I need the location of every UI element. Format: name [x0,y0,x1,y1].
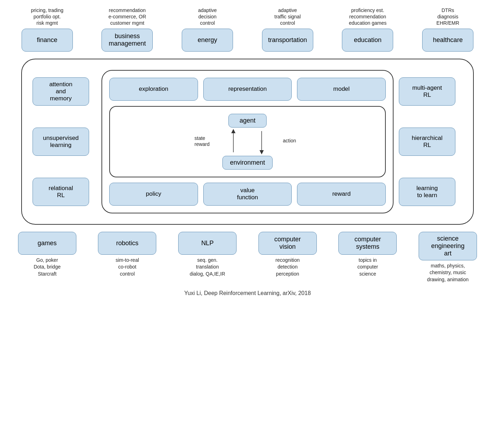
left-column: attentionandmemory unsupervisedlearning … [33,70,96,213]
top-subtitle-3: adaptivetraffic signalcontrol [274,7,301,26]
arrows-diagram: state reward action [191,128,304,156]
bottom-col-1: roboticssim-to-realco-robotcontrol [94,232,160,278]
top-subtitle-1: recommendatione-commerce, ORcustomer mgm… [109,7,146,26]
box-unsupervised-learning: unsupervisedlearning [33,128,89,156]
top-col-5: DTRsdiagnosisEHR/EMRhealthcare [420,7,476,52]
box-relational-rl: relationalRL [33,178,89,206]
box-learning-to-learn: learningto learn [399,178,455,206]
svg-text:action: action [283,138,296,143]
bottom-col-4: computersystemstopics incomputerscience [335,232,400,278]
svg-text:state: state [194,135,205,141]
top-subtitle-4: proficiency est.recommendationeducation … [349,7,387,26]
bottom-subtitle-1: sim-to-realco-robotcontrol [116,257,139,278]
bottom-col-3: computervisionrecognitiondetectionpercep… [255,232,320,278]
top-box-transportation: transportation [262,29,313,52]
agent-env-diagram: agent state reward action [121,114,374,170]
top-col-1: recommendatione-commerce, ORcustomer mgm… [99,7,156,52]
top-box-finance: finance [22,29,73,52]
box-policy: policy [109,183,198,206]
box-representation: representation [203,78,292,101]
top-subtitle-0: pricing, tradingportfolio opt.risk mgmt [31,7,63,26]
top-col-3: adaptivetraffic signalcontroltransportat… [259,7,316,52]
bottom-box-robotics: robotics [98,232,156,255]
box-multi-agent-rl: multi-agentRL [399,77,455,106]
box-hierarchical-rl: hierarchicalRL [399,128,455,156]
top-col-2: adaptivedecisioncontrolenergy [179,7,236,52]
top-section: pricing, tradingportfolio opt.risk mgmtf… [7,7,488,52]
top-box-healthcare: healthcare [422,29,473,52]
box-environment: environment [222,156,272,170]
top-row: exploration representation model [109,78,386,101]
top-subtitle-5: DTRsdiagnosisEHR/EMR [436,7,459,26]
citation: Yuxi Li, Deep Reinforcement Learning, ar… [184,290,311,296]
bottom-section: gamesGo, pokerDota, bridgeStarcraftrobot… [7,232,488,283]
bottom-subtitle-5: maths, physics,chemistry, musicdrawing, … [427,263,469,283]
top-subtitle-2: adaptivedecisioncontrol [198,7,217,26]
bottom-subtitle-3: recognitiondetectionperception [275,257,300,278]
box-value-function: valuefunction [203,183,292,206]
bottom-col-5: scienceengineeringartmaths, physics,chem… [415,232,481,283]
bottom-box-games: games [18,232,76,255]
bottom-box-computer-vision: computervision [258,232,317,255]
top-col-0: pricing, tradingportfolio opt.risk mgmtf… [19,7,75,52]
top-box-energy: energy [182,29,233,52]
center-area: exploration representation model agent s… [101,70,394,213]
bottom-subtitle-0: Go, pokerDota, bridgeStarcraft [34,257,60,278]
box-reward: reward [297,183,386,206]
top-box-education: education [342,29,393,52]
outer-middle-box: exploration representation model agent s… [101,70,394,213]
box-agent: agent [228,114,266,128]
bottom-box-science-engineering-art: scienceengineeringart [419,232,477,260]
inner-core-box: agent state reward action [109,106,386,177]
bottom-col-2: NLPseq. gen.translationdialog, QA,IE,IR [175,232,240,278]
top-col-4: proficiency est.recommendationeducation … [339,7,396,52]
bottom-subtitle-4: topics incomputerscience [357,257,378,278]
main-diagram: attentionandmemory unsupervisedlearning … [21,59,474,225]
box-model: model [297,78,386,101]
bottom-row: policy valuefunction reward [109,183,386,206]
box-exploration: exploration [109,78,198,101]
box-attention-memory: attentionandmemory [33,77,89,106]
bottom-subtitle-2: seq. gen.translationdialog, QA,IE,IR [190,257,225,278]
right-column: multi-agentRL hierarchicalRL learningto … [399,70,462,213]
svg-text:reward: reward [194,141,210,147]
top-box-business-management: businessmanagement [101,29,153,52]
bottom-col-0: gamesGo, pokerDota, bridgeStarcraft [14,232,80,278]
bottom-box-NLP: NLP [178,232,237,255]
bottom-box-computer-systems: computersystems [338,232,397,255]
